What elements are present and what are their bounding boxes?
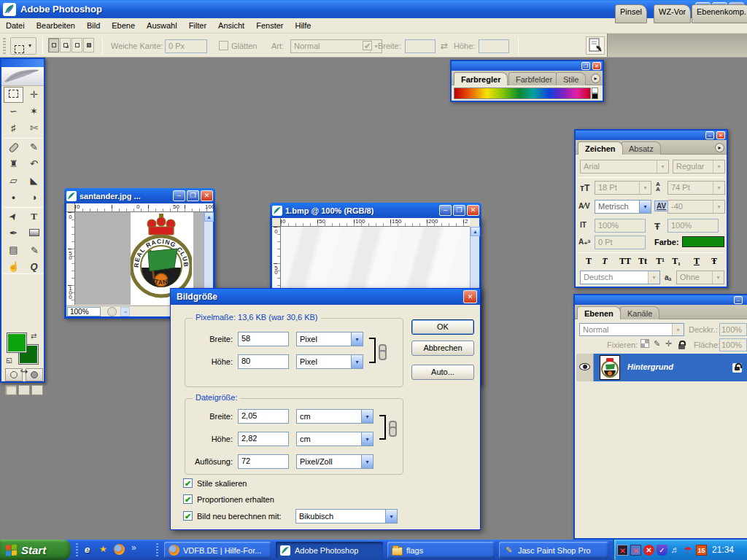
width-px-input[interactable]: 58 <box>238 332 289 346</box>
close-button[interactable]: ✕ <box>467 205 479 216</box>
volume-icon[interactable]: ♬ <box>670 545 681 556</box>
status-info-icon[interactable] <box>107 307 117 316</box>
notes-tool[interactable]: ▤ <box>4 242 23 258</box>
faux-bold-button[interactable]: T <box>581 256 596 268</box>
scroll-up-icon[interactable]: ▲ <box>204 212 214 222</box>
resolution-unit-dropdown[interactable]: Pixel/Zoll▾ <box>296 454 374 469</box>
shape-tool[interactable] <box>24 225 44 241</box>
menu-auswahl[interactable]: Auswahl <box>141 19 183 32</box>
ok-button[interactable]: OK <box>411 319 474 335</box>
move-tool[interactable]: ✛ <box>24 87 44 103</box>
toolbox-titlebar[interactable] <box>1 59 44 67</box>
hand-tool[interactable]: ☝ <box>4 259 23 275</box>
white-swatch[interactable] <box>592 88 598 93</box>
santander-titlebar[interactable]: santander.jpg ... – ❐ ✕ <box>64 188 215 203</box>
subscript-button[interactable]: T₁ <box>669 256 684 268</box>
text-color-swatch[interactable] <box>682 236 724 247</box>
width-unit-dropdown[interactable]: Pixel▾ <box>296 332 363 346</box>
resample-checkbox[interactable]: ✔ <box>183 511 193 521</box>
layer-row-hintergrund[interactable]: Hintergrund <box>576 354 747 381</box>
underline-button[interactable]: T <box>689 256 704 268</box>
palette-menu-icon[interactable]: ▸ <box>591 74 600 83</box>
firefox-quicklaunch-icon[interactable] <box>114 544 125 555</box>
height-cm-unit-dropdown[interactable]: cm▾ <box>296 432 374 446</box>
width-cm-input[interactable]: 2,05 <box>238 409 289 424</box>
file-browser-button[interactable] <box>586 36 605 55</box>
resample-method-dropdown[interactable]: Bikubisch▾ <box>295 509 398 524</box>
rect-marquee-tool[interactable] <box>4 87 23 103</box>
cancel-button[interactable]: Abbrechen <box>411 341 474 356</box>
tab-wz-vor[interactable]: WZ-Vor <box>654 4 691 23</box>
quicklaunch-overflow-icon[interactable]: » <box>131 542 136 553</box>
magic-wand-tool[interactable]: ✶ <box>24 104 44 120</box>
jump-to-imageready-button[interactable]: ↪ <box>13 364 35 380</box>
tab-farbregler[interactable]: Farbregler <box>454 72 508 85</box>
tab-kanaele[interactable]: Kanäle <box>620 306 659 319</box>
brush-tool[interactable]: ✎ <box>24 139 44 155</box>
auto-button[interactable]: Auto... <box>411 365 474 380</box>
task-flags[interactable]: flags <box>387 542 495 559</box>
menu-ansicht[interactable]: Ansicht <box>212 19 250 32</box>
task-photoshop[interactable]: Adobe Photoshop <box>276 542 383 559</box>
selection-intersect-button[interactable] <box>83 38 94 52</box>
language-dropdown[interactable]: Deutsch▾ <box>580 271 660 284</box>
menu-datei[interactable]: Datei <box>0 19 31 32</box>
security-alert-icon[interactable]: ✕ <box>643 545 654 556</box>
healing-brush-tool[interactable] <box>4 139 23 155</box>
menu-fenster[interactable]: Fenster <box>250 19 289 32</box>
minimize-button[interactable]: – <box>173 190 185 201</box>
swap-colors-icon[interactable]: ⇄ <box>31 332 36 340</box>
lock-all-icon[interactable] <box>678 341 685 350</box>
calendar-tray-icon[interactable]: 15 <box>696 545 707 556</box>
kerning-dropdown[interactable]: Metrisch▾ <box>595 200 651 214</box>
selection-new-button[interactable] <box>48 38 59 52</box>
tab-farbfelder[interactable]: Farbfelder <box>508 72 560 85</box>
palette-menu-icon[interactable]: ▸ <box>715 143 724 152</box>
close-button[interactable]: ✕ <box>463 290 477 303</box>
menu-ebene[interactable]: Ebene <box>106 19 141 32</box>
tab-pinsel[interactable]: Pinsel <box>615 4 647 23</box>
maximize-button[interactable]: ❐ <box>187 190 199 201</box>
minimize-button[interactable]: – <box>734 296 743 304</box>
tool-preset-button[interactable]: ▾ <box>10 37 36 55</box>
tab-stile[interactable]: Stile <box>556 72 586 85</box>
minimize-button[interactable]: – <box>705 131 714 139</box>
close-button[interactable]: ✕ <box>201 190 213 201</box>
tab-ebenen[interactable]: Ebenen <box>577 306 621 319</box>
blur-tool[interactable]: ● <box>4 190 23 206</box>
zoom-tool[interactable]: Q <box>24 259 44 275</box>
scroll-left-icon[interactable]: ◄ <box>120 307 130 316</box>
eyedropper-tool[interactable]: ✐ <box>24 242 44 258</box>
display-status-icon[interactable]: ✕ <box>617 545 628 556</box>
height-cm-input[interactable]: 2,82 <box>238 432 289 446</box>
menu-hilfe[interactable]: Hilfe <box>289 19 317 32</box>
pen-tool[interactable]: ✒ <box>4 225 23 241</box>
tab-absatz[interactable]: Absatz <box>622 141 661 155</box>
avira-icon[interactable]: ☂ <box>683 545 694 556</box>
slice-tool[interactable]: ✄ <box>24 120 44 136</box>
network-status-icon[interactable]: ✕ <box>630 545 641 556</box>
small-caps-button[interactable]: Tt <box>635 256 650 268</box>
tab-ebenenkomp[interactable]: Ebenenkomp. <box>692 4 747 23</box>
ie-quicklaunch-icon[interactable]: e <box>85 544 90 555</box>
path-selection-tool[interactable]: ➤ <box>4 209 23 225</box>
task-paintshop[interactable]: ✎Jasc Paint Shop Pro <box>499 542 608 559</box>
paint-bucket-tool[interactable]: ◣ <box>24 173 44 189</box>
maximize-button[interactable]: ❐ <box>453 205 465 216</box>
color-palette-titlebar[interactable]: ❐ ✕ <box>452 61 603 71</box>
lock-pixels-icon[interactable]: ✎ <box>654 339 660 349</box>
selection-add-button[interactable] <box>60 38 71 52</box>
foreground-color-swatch[interactable] <box>7 333 26 352</box>
strikethrough-button[interactable]: Ŧ <box>707 256 721 268</box>
dodge-tool[interactable]: ◑ <box>24 190 44 206</box>
eraser-tool[interactable]: ▱ <box>4 173 23 189</box>
close-button[interactable]: ✕ <box>716 131 725 139</box>
history-brush-tool[interactable]: ↶ <box>24 156 44 172</box>
lasso-tool[interactable]: ∽ <box>4 104 23 120</box>
screen-mode-full-button[interactable] <box>31 385 43 395</box>
clone-stamp-tool[interactable]: ♜ <box>4 156 23 172</box>
resolution-input[interactable]: 72 <box>238 454 289 469</box>
faux-italic-button[interactable]: T <box>597 256 612 268</box>
menu-bearbeiten[interactable]: Bearbeiten <box>31 19 81 32</box>
messenger-quicklaunch-icon[interactable]: ★ <box>99 544 107 554</box>
